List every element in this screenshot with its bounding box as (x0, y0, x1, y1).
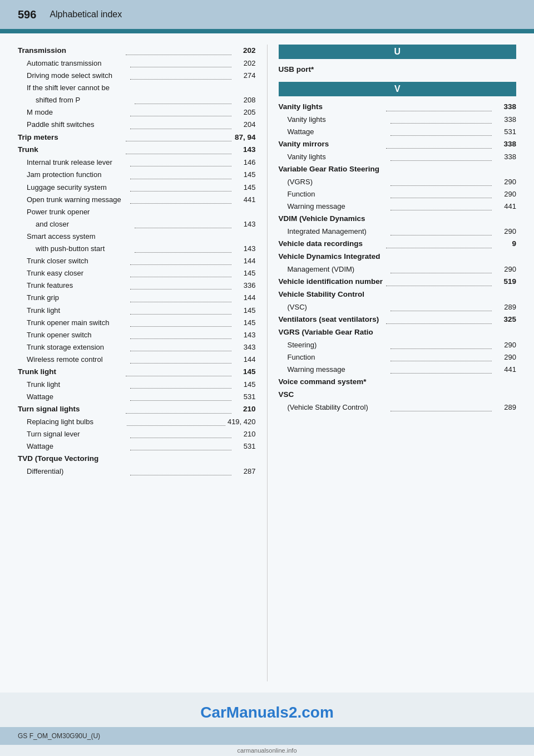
entry-dots (130, 389, 231, 401)
entry-page: 274 (234, 70, 256, 82)
entry-label: Management (VDIM) (288, 263, 389, 276)
entry-label: Trunk features (27, 279, 128, 292)
entry-label: Vanity mirrors (279, 138, 384, 151)
entry-dots (390, 337, 492, 349)
entry-dots (126, 129, 231, 142)
entry-label: Luggage security system (27, 181, 128, 194)
right-column: U USB port* V Vanity lights 338 Vanity l… (268, 45, 517, 681)
entry-dots (390, 223, 492, 235)
entry-dots (130, 253, 231, 265)
entry-label: Replacing light bulbs (27, 416, 125, 428)
entry-page: 9 (494, 238, 516, 251)
entry-dots (130, 55, 231, 67)
entry-page: 325 (494, 313, 516, 326)
entry-label: Ventilators (seat ventilators) (279, 313, 384, 326)
entry-page: 210 (234, 428, 256, 440)
entry-label: Paddle shift switches (27, 119, 128, 131)
entry-label: Function (288, 188, 389, 200)
entry-dots (386, 136, 492, 149)
entry-label: Warning message (288, 364, 389, 376)
entry-label: Trunk storage extension (27, 341, 128, 354)
entry-page: 338 (494, 114, 516, 126)
entry-label: Automatic transmission (27, 57, 128, 70)
entry-label: Voice command system* (279, 376, 517, 389)
entry-dots (130, 315, 231, 327)
entry-dots (390, 111, 492, 124)
entry-dots (390, 349, 492, 361)
entry-label: and closer (36, 218, 132, 230)
entry-page: 202 (234, 45, 256, 57)
entry-dots (126, 42, 231, 55)
entry-page: 145 (234, 317, 256, 329)
header-title: Alphabetical index (50, 9, 122, 19)
entry-dots (390, 399, 492, 411)
entry-page: 145 (234, 366, 256, 379)
index-entry: Wattage 531 (18, 440, 256, 453)
index-entry: Vehicle identification number 519 (279, 276, 517, 288)
index-entry: Driving mode select switch 274 (18, 70, 256, 82)
entry-page: 289 (494, 401, 516, 414)
brand-name[interactable]: CarManuals2.com (0, 693, 534, 727)
index-entry: Ventilators (seat ventilators) 325 (279, 313, 517, 326)
index-entry: Differential) 287 (18, 465, 256, 478)
entry-page: 338 (494, 138, 516, 151)
left-column: Transmission 202 Automatic transmission … (18, 45, 268, 681)
entry-label: Vanity lights (288, 151, 389, 163)
entry-label: shifted from P (36, 94, 132, 106)
entry-page: 146 (234, 156, 256, 169)
entry-page: 144 (234, 255, 256, 267)
entry-page: 531 (234, 440, 256, 453)
entry-dots (126, 401, 231, 414)
entry-dots (130, 426, 231, 438)
entry-dots (130, 302, 231, 315)
entry-dots (130, 104, 231, 116)
entry-label: Vehicle identification number (279, 276, 384, 288)
entry-label: Warning message (288, 200, 389, 213)
entry-dots (390, 361, 492, 374)
entry-dots (130, 116, 231, 129)
entry-label: Trunk closer switch (27, 255, 128, 267)
entry-label: USB port* (279, 63, 517, 76)
entry-dots (130, 327, 231, 339)
entry-label: Wattage (27, 391, 128, 403)
entry-label: Wattage (27, 440, 128, 453)
entry-page: 210 (234, 403, 256, 416)
entry-label: Turn signal lever (27, 428, 128, 440)
entry-dots (390, 299, 492, 311)
index-entry: Warning message 441 (279, 364, 517, 376)
index-entry: Open trunk warning message 441 (18, 194, 256, 206)
entry-dots (130, 339, 231, 351)
index-entry: (Vehicle Stability Control) 289 (279, 401, 517, 414)
entry-label: Internal trunk release lever (27, 156, 128, 169)
entry-page: 441 (234, 194, 256, 206)
entry-page: 290 (494, 176, 516, 188)
entry-page: 419, 420 (228, 416, 256, 428)
entry-page: 519 (494, 276, 516, 288)
entry-dots (126, 141, 231, 154)
entry-label: Trunk easy closer (27, 267, 128, 279)
entry-label: with push-button start (36, 243, 132, 255)
entry-label: Transmission (18, 45, 123, 57)
v-section-header: V (279, 82, 517, 96)
index-entry: Voice command system* (279, 376, 517, 389)
entry-page: 343 (234, 341, 256, 354)
page-number: 596 (18, 8, 36, 21)
entry-page: 338 (494, 101, 516, 114)
entry-label: Trunk opener switch (27, 329, 128, 341)
entry-page: 290 (494, 339, 516, 351)
entry-label: Driving mode select switch (27, 70, 128, 82)
entry-page: 531 (494, 126, 516, 138)
entry-page: 441 (494, 200, 516, 213)
entry-dots (126, 364, 231, 376)
entry-label: M mode (27, 106, 128, 119)
entry-page: 143 (234, 218, 256, 230)
entry-dots (130, 438, 231, 450)
entry-label: Trunk (18, 144, 123, 156)
entry-page: 143 (234, 243, 256, 255)
entry-page: 287 (234, 465, 256, 478)
entry-dots (386, 311, 492, 324)
entry-label: (VSC) (288, 301, 389, 313)
entry-page: 290 (494, 351, 516, 364)
header-bar: 596 Alphabetical index (0, 0, 534, 29)
entry-page: 145 (234, 267, 256, 279)
